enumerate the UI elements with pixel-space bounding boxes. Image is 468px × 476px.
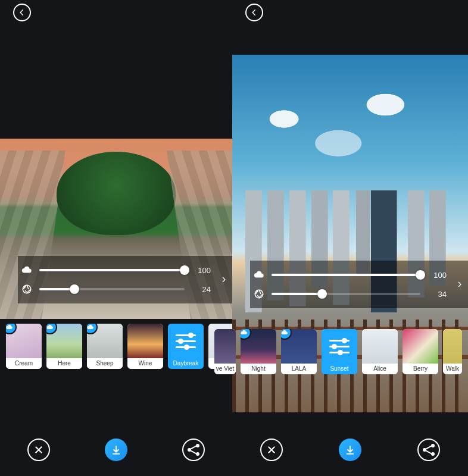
filter-sunset[interactable]: Sunset: [322, 329, 357, 374]
filter-cream[interactable]: Cream: [6, 324, 42, 369]
cloud-value: 100: [426, 271, 447, 280]
filter-label: Daybreak: [168, 358, 204, 369]
filter-thumbnail: [168, 324, 204, 358]
arrow-left-icon: [250, 8, 258, 17]
sliders-icon: [176, 334, 196, 348]
back-button[interactable]: [13, 4, 31, 21]
filter-label: Berry: [403, 364, 438, 374]
filter-alice[interactable]: Alice: [362, 329, 398, 374]
filter-label: LALA: [281, 364, 317, 374]
filter-ve-viet[interactable]: ve Viet: [214, 329, 236, 374]
aperture-icon: [20, 284, 33, 295]
filter-label: Sunset: [322, 364, 357, 374]
chevron-right-icon: [220, 274, 227, 286]
share-button[interactable]: [417, 439, 440, 461]
aperture-slider[interactable]: [272, 293, 420, 295]
filter-sheep[interactable]: Sheep: [87, 324, 123, 369]
filter-thumbnail: [403, 329, 438, 364]
filter-strip[interactable]: CreamHereSheepWineDaybreakSnow: [6, 324, 237, 372]
adjustment-panel: 100 24: [18, 256, 232, 303]
aperture-value: 34: [426, 290, 447, 299]
filter-label: ve Viet: [214, 364, 236, 374]
top-bar: [232, 0, 468, 25]
preview-foreground: [57, 152, 176, 235]
bottom-bar: [232, 437, 468, 463]
editor-screen-right: 100 34 ve VietNightLALASunsetAliceBerryW…: [232, 0, 468, 476]
filter-label: Sheep: [87, 358, 123, 369]
aperture-value: 24: [191, 285, 211, 294]
filter-label: Walk: [443, 364, 462, 374]
aperture-icon: [252, 289, 266, 299]
close-icon: [33, 444, 44, 455]
bottom-bar: [0, 437, 232, 463]
cloud-slider[interactable]: [39, 269, 185, 271]
filter-walk[interactable]: Walk: [443, 329, 462, 374]
cloud-slider[interactable]: [272, 274, 420, 276]
cloud-slider-row: 100: [20, 265, 211, 275]
sliders-icon: [329, 340, 350, 353]
preview-sky: [232, 55, 468, 198]
filter-label: Cream: [6, 358, 42, 369]
share-icon: [423, 444, 435, 456]
cloud-icon: [20, 265, 33, 275]
share-icon: [188, 444, 199, 456]
cancel-button[interactable]: [27, 439, 50, 461]
panel-expand-button[interactable]: [451, 261, 468, 308]
slider-group: 100 34: [250, 261, 451, 308]
filter-thumbnail: [322, 329, 357, 364]
filter-night[interactable]: Night: [241, 329, 276, 374]
filter-label: Here: [46, 358, 82, 369]
filter-here[interactable]: Here: [46, 324, 82, 369]
download-icon: [111, 444, 121, 455]
filter-thumbnail: [127, 324, 163, 358]
filter-label: Wine: [127, 358, 163, 369]
filter-strip[interactable]: ve VietNightLALASunsetAliceBerryWalk: [214, 329, 468, 378]
download-button[interactable]: [339, 439, 361, 461]
close-icon: [266, 444, 277, 455]
filter-label: Alice: [362, 364, 398, 374]
download-icon: [345, 444, 355, 455]
cloud-slider-row: 100: [252, 270, 447, 280]
download-button[interactable]: [105, 439, 127, 461]
filter-berry[interactable]: Berry: [403, 329, 438, 374]
aperture-slider[interactable]: [39, 288, 185, 290]
panel-expand-button[interactable]: [216, 256, 232, 303]
filter-label: Night: [241, 364, 276, 374]
editor-screen-left: 100 24 CreamHereSheepWineDaybreakSnow: [0, 0, 232, 476]
arrow-left-icon: [18, 8, 26, 17]
aperture-slider-row: 24: [20, 284, 211, 295]
cloud-value: 100: [191, 266, 211, 275]
slider-group: 100 24: [18, 256, 216, 303]
cancel-button[interactable]: [260, 439, 283, 461]
cloud-icon: [252, 270, 266, 280]
chevron-right-icon: [456, 278, 463, 290]
filter-thumbnail: [362, 329, 398, 364]
share-button[interactable]: [182, 439, 205, 461]
back-button[interactable]: [245, 4, 263, 21]
filter-thumbnail: [443, 329, 462, 364]
filter-thumbnail: [214, 329, 236, 364]
filter-lala[interactable]: LALA: [281, 329, 317, 374]
filter-wine[interactable]: Wine: [127, 324, 163, 369]
filter-daybreak[interactable]: Daybreak: [168, 324, 204, 369]
top-bar: [0, 0, 232, 25]
aperture-slider-row: 34: [252, 289, 447, 299]
adjustment-panel: 100 34: [250, 261, 468, 308]
